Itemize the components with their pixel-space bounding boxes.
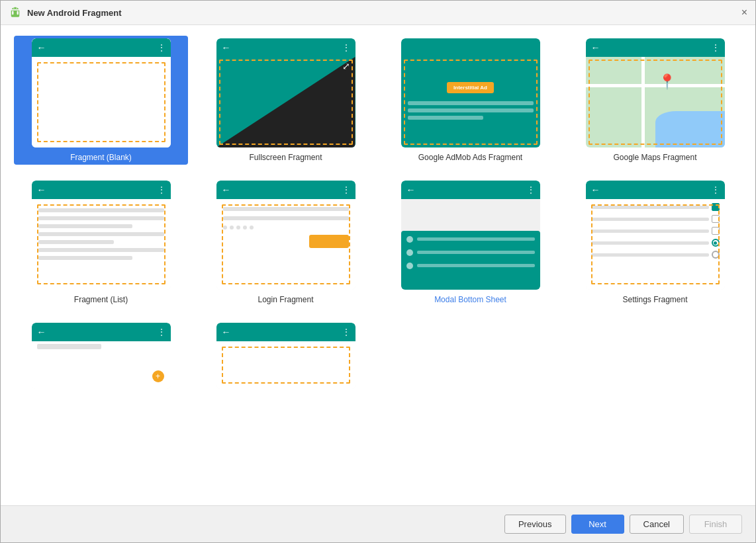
dialog-content: ← ⋮ Fragment (Blank) ← — [1, 25, 755, 505]
topbar-blank: ← ⋮ — [32, 38, 171, 57]
template-item-settings[interactable]: ← ⋮ — [568, 178, 742, 307]
cancel-button[interactable]: Cancel — [630, 515, 684, 534]
menu-fullscreen: ⋮ — [342, 43, 350, 52]
label-admob: Google AdMob Ads Fragment — [418, 153, 522, 162]
label-login: Login Fragment — [258, 295, 313, 304]
body-settings — [586, 199, 725, 290]
sheet-line-3 — [417, 264, 535, 267]
sheet-row-1 — [406, 236, 535, 243]
back-arrow-list: ← — [37, 185, 46, 195]
finish-button[interactable]: Finish — [689, 515, 742, 534]
body-extra — [216, 341, 355, 389]
android-icon — [9, 6, 22, 19]
sheet-dot-3 — [406, 263, 413, 269]
template-item-scrollable[interactable]: ← ⋮ + — [14, 320, 188, 392]
topbar-extra: ← ⋮ — [216, 323, 355, 341]
fab-content — [32, 341, 171, 352]
template-item-modal[interactable]: ← ⋮ — [383, 178, 557, 307]
body-scrollable: + — [32, 341, 171, 389]
template-grid: ← ⋮ Fragment (Blank) ← — [14, 36, 742, 392]
menu-modal: ⋮ — [527, 185, 535, 194]
dashed-list — [37, 204, 165, 284]
template-thumb-scrollable: ← ⋮ + — [32, 323, 171, 389]
phone-mock-extra: ← ⋮ — [216, 323, 355, 389]
phone-mock-fullscreen: ← ⋮ ⤢ — [216, 38, 355, 147]
body-blank — [32, 57, 171, 147]
back-arrow-scrollable: ← — [37, 327, 46, 337]
phone-mock-list: ← ⋮ — [32, 181, 171, 290]
dialog-title-text: New Android Fragment — [27, 8, 122, 18]
menu-blank: ⋮ — [158, 43, 165, 52]
new-android-fragment-dialog: New Android Fragment × ← ⋮ — [0, 0, 756, 543]
body-login — [216, 199, 355, 290]
back-arrow-maps: ← — [591, 42, 600, 53]
label-fragment-blank: Fragment (Blank) — [70, 153, 132, 162]
dialog-title-left: New Android Fragment — [9, 6, 122, 19]
menu-maps: ⋮ — [712, 43, 720, 52]
dialog-title-bar: New Android Fragment × — [1, 1, 755, 25]
topbar-login: ← ⋮ — [216, 181, 355, 199]
next-button[interactable]: Next — [571, 515, 624, 534]
sheet-dot-1 — [406, 236, 413, 243]
body-maps: 📍 — [586, 57, 725, 147]
template-thumb-admob: Interstitial Ad — [401, 38, 540, 147]
dashed-extra — [222, 347, 350, 384]
map-bg: 📍 — [586, 57, 725, 147]
body-fullscreen: ⤢ — [216, 57, 355, 147]
topbar-list: ← ⋮ — [32, 181, 171, 199]
topbar-settings: ← ⋮ — [586, 181, 725, 199]
dashed-login — [222, 204, 350, 284]
template-item-fragment-blank[interactable]: ← ⋮ Fragment (Blank) — [14, 36, 188, 165]
template-item-list[interactable]: ← ⋮ — [14, 178, 188, 307]
template-item-maps[interactable]: ← ⋮ 📍 — [568, 36, 742, 165]
template-thumb-login: ← ⋮ — [216, 181, 355, 290]
sheet-dot-2 — [406, 249, 413, 256]
template-item-extra[interactable]: ← ⋮ — [199, 320, 373, 392]
menu-scrollable: ⋮ — [158, 327, 165, 337]
menu-extra: ⋮ — [342, 327, 350, 337]
back-arrow-blank: ← — [37, 42, 46, 53]
sheet-line-1 — [417, 237, 535, 241]
topbar-maps: ← ⋮ — [586, 38, 725, 57]
dashed-fullscreen — [219, 60, 353, 145]
label-modal: Modal Bottom Sheet — [434, 295, 506, 304]
topbar-admob — [401, 38, 540, 57]
dashed-blank — [37, 62, 165, 142]
previous-button[interactable]: Previous — [504, 515, 566, 534]
phone-mock-settings: ← ⋮ — [586, 181, 725, 290]
menu-list: ⋮ — [158, 185, 165, 194]
back-arrow-fullscreen: ← — [222, 42, 231, 53]
close-button[interactable]: × — [741, 7, 747, 18]
label-fullscreen: Fullscreen Fragment — [249, 153, 322, 162]
body-list — [32, 199, 171, 290]
fab-circle: + — [152, 370, 164, 382]
template-thumb-settings: ← ⋮ — [586, 181, 725, 290]
dashed-admob — [404, 60, 538, 145]
phone-mock-scrollable: ← ⋮ + — [32, 323, 171, 389]
template-thumb-extra: ← ⋮ — [216, 323, 355, 389]
menu-settings: ⋮ — [712, 185, 720, 194]
phone-mock-modal: ← ⋮ — [401, 181, 540, 290]
label-settings: Settings Fragment — [622, 295, 687, 304]
template-thumb-maps: ← ⋮ 📍 — [586, 38, 725, 147]
dialog-footer: Previous Next Cancel Finish — [1, 505, 755, 542]
body-admob: Interstitial Ad — [401, 57, 540, 147]
phone-mock-login: ← ⋮ — [216, 181, 355, 290]
topbar-scrollable: ← ⋮ — [32, 323, 171, 341]
phone-mock-admob: Interstitial Ad — [401, 38, 540, 147]
sheet-row-2 — [406, 249, 535, 256]
template-thumb-fullscreen: ← ⋮ ⤢ — [216, 38, 355, 147]
template-item-login[interactable]: ← ⋮ — [199, 178, 373, 307]
body-modal — [401, 199, 540, 290]
template-thumb-list: ← ⋮ — [32, 181, 171, 290]
template-item-fullscreen[interactable]: ← ⋮ ⤢ Fullscreen Fragment — [199, 36, 373, 165]
sheet-row-3 — [406, 263, 535, 269]
modal-bg — [401, 199, 540, 290]
template-item-admob[interactable]: Interstitial Ad Google AdMob Ads Fragmen… — [383, 36, 557, 165]
template-thumb-fragment-blank: ← ⋮ — [32, 38, 171, 147]
expand-icon: ⤢ — [342, 61, 350, 71]
back-arrow-extra: ← — [222, 327, 231, 337]
back-arrow-settings: ← — [591, 185, 600, 195]
label-list: Fragment (List) — [74, 295, 128, 304]
fab-highlight — [37, 344, 101, 349]
